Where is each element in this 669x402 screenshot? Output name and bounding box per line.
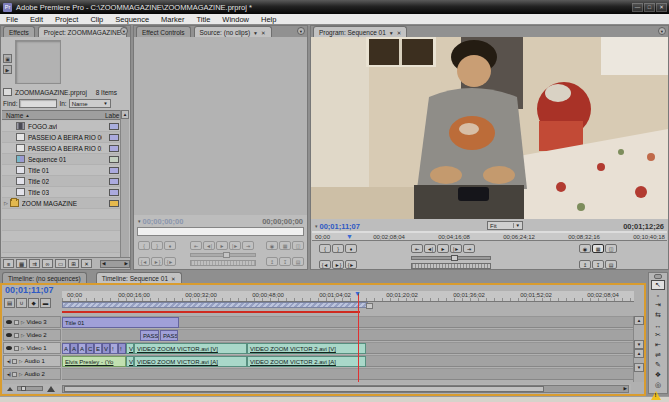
go-to-out-button[interactable]: ⇥ xyxy=(463,244,475,253)
scroll-up-icon[interactable]: ▲ xyxy=(121,110,129,119)
track-select-tool[interactable]: ▫ xyxy=(651,290,665,300)
find-in-select[interactable]: Name▼ xyxy=(69,99,111,108)
track-lock-toggle[interactable] xyxy=(14,333,19,338)
label-chip[interactable] xyxy=(109,189,119,196)
label-chip[interactable] xyxy=(109,156,119,163)
slip-tool[interactable]: ⇤ xyxy=(651,340,665,350)
close-icon[interactable]: ✕ xyxy=(171,276,176,282)
timeline-horizontal-scrollbar[interactable]: ▶ xyxy=(62,385,629,393)
disclosure-icon[interactable]: ▾ xyxy=(315,223,318,229)
scroll-down-icon[interactable]: ▼ xyxy=(634,363,644,372)
track-lane-audio-2[interactable] xyxy=(62,368,634,380)
chevron-down-icon[interactable]: ▼ xyxy=(389,30,394,36)
close-icon[interactable]: ✕ xyxy=(261,30,266,36)
selection-tool[interactable]: ↖ xyxy=(651,280,665,290)
timeline-clip[interactable]: V xyxy=(126,356,134,367)
track-lane-video-2[interactable]: PASSEIPASSEI xyxy=(62,329,634,341)
set-unnumbered-marker-button[interactable]: ♦ xyxy=(345,244,357,253)
minimize-button[interactable]: — xyxy=(632,3,643,12)
program-playhead-icon[interactable]: ▼ xyxy=(346,233,353,240)
rolling-edit-tool[interactable]: ⇆ xyxy=(651,310,665,320)
disclosure-icon[interactable]: ▾ xyxy=(138,218,141,224)
set-unnumbered-marker-button[interactable]: ▬ xyxy=(40,298,51,308)
set-out-point-button[interactable]: } xyxy=(332,244,344,253)
track-lane-video-3[interactable]: Title 01 xyxy=(62,316,634,328)
label-chip[interactable] xyxy=(109,134,119,141)
step-back-button[interactable]: ◄| xyxy=(424,244,436,253)
project-item[interactable]: Title 03 xyxy=(2,187,121,198)
tab-timeline-nosequences[interactable]: Timeline: (no sequences) xyxy=(2,272,87,283)
playhead-marker-icon[interactable]: ▼ xyxy=(354,290,361,297)
scroll-up-icon[interactable]: ▲ xyxy=(634,316,644,325)
slide-tool[interactable]: ⇌ xyxy=(651,350,665,360)
set-encore-chapter-marker-button[interactable]: ◆ xyxy=(28,298,39,308)
timeline-clip[interactable]: V xyxy=(102,343,110,354)
list-column-headers[interactable]: Name▲ Labe xyxy=(2,110,121,120)
zoom-in-icon[interactable] xyxy=(47,386,55,392)
timeline-clip[interactable]: C xyxy=(86,343,94,354)
icon-view-button[interactable]: ▦ xyxy=(16,259,27,268)
project-item[interactable]: Title 02 xyxy=(2,176,121,187)
project-item[interactable]: ▷ZOOM MAGAZINE xyxy=(2,198,121,209)
track-lock-toggle[interactable] xyxy=(14,320,19,325)
timeline-clip[interactable]: VIDEO ZOOM VICTOR.avi [A] xyxy=(134,356,247,367)
timeline-vertical-scrollbar[interactable]: ▲ ▼ ▲ ▼ xyxy=(633,316,644,382)
toggle-track-output-icon[interactable] xyxy=(6,346,12,350)
output-button[interactable]: ◫ xyxy=(605,244,617,253)
menu-window[interactable]: Window xyxy=(216,15,255,24)
expand-track-icon[interactable]: ▷ xyxy=(21,346,24,351)
menu-sequence[interactable]: Sequence xyxy=(109,15,155,24)
toggle-track-output-icon[interactable] xyxy=(6,320,12,324)
panel-menu-icon[interactable]: ▾ xyxy=(120,27,128,35)
timeline-clip[interactable]: PASSEI xyxy=(140,330,159,341)
toggle-track-audio-icon[interactable]: ◄) xyxy=(6,372,10,377)
toggle-track-audio-icon[interactable]: ◄) xyxy=(6,359,10,364)
track-header-video-1[interactable]: ▷Video 1 xyxy=(3,342,61,354)
track-header-video-2[interactable]: ▷Video 2 xyxy=(3,329,61,341)
project-item[interactable]: Title 01 xyxy=(2,165,121,176)
jog-disk[interactable] xyxy=(411,263,491,269)
label-chip[interactable] xyxy=(109,167,119,174)
scroll-down-icon[interactable]: ▼ xyxy=(634,340,644,349)
zoom-tool[interactable]: ◎ xyxy=(651,380,665,390)
tab-effect-controls[interactable]: Effect Controls xyxy=(136,26,191,37)
hand-tool[interactable]: ❖ xyxy=(651,370,665,380)
menu-edit[interactable]: Edit xyxy=(24,15,49,24)
rate-stretch-tool[interactable]: ↔ xyxy=(651,320,665,330)
title-bar[interactable]: Pr Adobe Premiere Pro - C:\ZOOMMAGAZINE\… xyxy=(0,0,669,14)
snap-button[interactable]: ∪ xyxy=(16,298,27,308)
zoom-slider[interactable] xyxy=(17,386,43,391)
work-area-bar[interactable] xyxy=(62,302,368,308)
find-button[interactable]: ∞ xyxy=(42,259,53,268)
poster-frame-button[interactable]: ▣ xyxy=(3,54,12,63)
close-icon[interactable]: ✕ xyxy=(397,30,402,36)
track-lock-toggle[interactable] xyxy=(12,372,17,377)
shuttle-slider[interactable] xyxy=(411,256,491,260)
timeline-ruler[interactable]: 00;0000;00;16;0000;00;32;0000;00;48;0000… xyxy=(62,291,634,302)
track-header-video-3[interactable]: ▷Video 3 xyxy=(3,316,61,328)
panel-menu-icon[interactable] xyxy=(654,274,662,279)
expand-track-icon[interactable]: ▷ xyxy=(19,372,22,377)
scrollbar-thumb[interactable] xyxy=(64,386,544,392)
go-to-next-marker-button[interactable]: ►} xyxy=(332,260,344,269)
expand-track-icon[interactable]: ▷ xyxy=(21,333,24,338)
extract-button[interactable]: ↧ xyxy=(592,260,604,269)
razor-tool[interactable]: ✂ xyxy=(651,330,665,340)
step-forward-button[interactable]: |► xyxy=(450,244,462,253)
track-header-audio-1[interactable]: ◄)▷Audio 1 xyxy=(3,355,61,367)
panel-menu-icon[interactable]: ▾ xyxy=(297,27,305,35)
toggle-track-output-icon[interactable] xyxy=(6,333,12,337)
timeline-clip[interactable]: ! xyxy=(118,343,126,354)
project-scrollbar[interactable]: ▲ xyxy=(120,110,129,258)
scroll-up-icon[interactable]: ▲ xyxy=(634,349,644,358)
track-header-options-button[interactable]: ▤ xyxy=(4,298,15,308)
timeline-clip[interactable]: ! xyxy=(110,343,118,354)
label-chip[interactable] xyxy=(109,178,119,185)
safe-margins-button[interactable]: ▦ xyxy=(592,244,604,253)
tab-program[interactable]: Program: Sequence 01 ▼ ✕ xyxy=(313,26,407,37)
track-lock-toggle[interactable] xyxy=(14,346,19,351)
expand-track-icon[interactable]: ▷ xyxy=(19,359,22,364)
loop-button[interactable]: ◉ xyxy=(579,244,591,253)
project-item[interactable]: PASSEIO A BEIRA RIO 009.j xyxy=(2,132,121,143)
menu-file[interactable]: File xyxy=(0,15,24,24)
